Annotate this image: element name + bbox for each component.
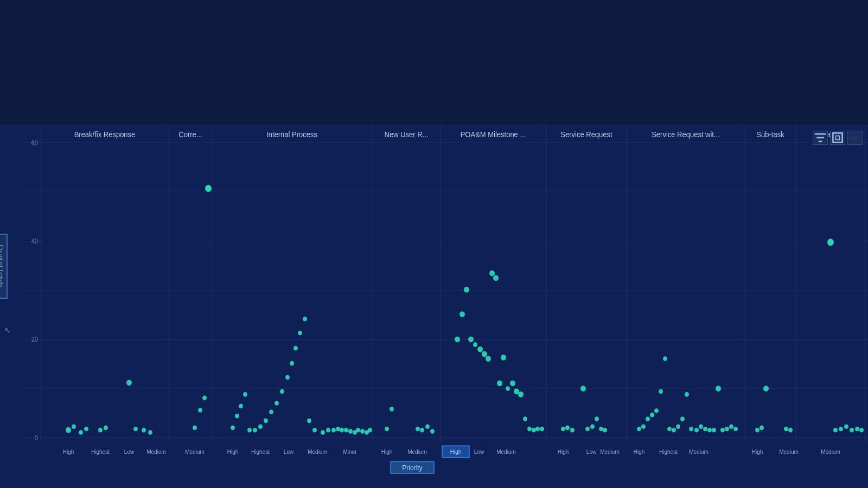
svg-point-67: [312, 428, 317, 433]
svg-point-72: [340, 428, 344, 433]
svg-point-82: [416, 427, 420, 432]
svg-point-131: [703, 427, 707, 432]
svg-point-48: [202, 396, 207, 401]
svg-point-132: [707, 428, 712, 433]
svg-point-45: [148, 430, 152, 435]
svg-point-137: [729, 424, 733, 429]
svg-point-106: [540, 427, 544, 432]
svg-point-125: [676, 424, 680, 429]
svg-point-47: [198, 408, 202, 413]
svg-point-112: [590, 424, 595, 429]
svg-point-138: [733, 427, 738, 432]
svg-text:Highest: Highest: [251, 449, 270, 455]
svg-point-147: [844, 424, 848, 429]
svg-point-65: [303, 317, 307, 322]
svg-point-83: [420, 428, 424, 433]
svg-text:Corre...: Corre...: [178, 130, 202, 139]
svg-text:Medium: Medium: [689, 449, 709, 455]
svg-text:High: High: [634, 449, 645, 455]
y-axis-label: Count of Tickets: [0, 234, 8, 299]
svg-text:Medium: Medium: [146, 449, 166, 455]
svg-point-59: [275, 401, 279, 406]
top-area: [0, 0, 868, 125]
svg-point-55: [253, 428, 257, 433]
svg-point-81: [390, 407, 394, 412]
svg-point-49: [205, 185, 212, 192]
svg-point-148: [850, 428, 854, 433]
svg-text:Medium: Medium: [600, 449, 620, 455]
chart-svg-area: 60 40 20 0: [22, 125, 868, 488]
svg-text:Medium: Medium: [185, 449, 205, 455]
svg-text:Service Request wit...: Service Request wit...: [652, 130, 720, 139]
svg-point-44: [142, 428, 146, 433]
svg-point-113: [595, 416, 599, 421]
svg-point-93: [486, 356, 491, 362]
svg-point-63: [293, 346, 298, 351]
svg-text:Medium: Medium: [779, 449, 799, 455]
svg-point-146: [839, 427, 843, 432]
svg-point-73: [344, 428, 348, 433]
svg-point-57: [264, 419, 268, 423]
svg-point-71: [336, 427, 340, 432]
svg-text:High: High: [227, 449, 239, 455]
svg-text:Service Request: Service Request: [560, 130, 612, 139]
svg-point-115: [603, 428, 607, 433]
svg-point-43: [133, 427, 138, 432]
more-options-button[interactable]: ···: [847, 131, 863, 145]
svg-point-119: [650, 413, 654, 418]
svg-point-53: [243, 392, 247, 397]
svg-point-38: [79, 430, 83, 435]
svg-point-90: [473, 342, 477, 347]
svg-point-102: [523, 416, 527, 421]
svg-text:Highest: Highest: [659, 449, 678, 455]
svg-point-42: [126, 380, 132, 386]
svg-point-91: [477, 346, 483, 352]
svg-point-40: [98, 428, 103, 433]
svg-point-37: [72, 424, 76, 429]
svg-text:Low: Low: [284, 449, 294, 455]
svg-text:High: High: [381, 449, 393, 455]
svg-point-150: [859, 428, 864, 433]
svg-text:0: 0: [35, 434, 38, 441]
svg-text:Medium: Medium: [308, 449, 327, 455]
svg-point-134: [716, 386, 721, 391]
svg-point-116: [637, 427, 641, 432]
svg-point-85: [430, 429, 435, 434]
svg-text:Low: Low: [586, 449, 597, 455]
svg-point-56: [258, 424, 263, 429]
svg-text:Highest: Highest: [91, 449, 110, 455]
svg-point-54: [247, 428, 252, 433]
svg-text:Medium: Medium: [821, 449, 840, 455]
svg-point-77: [360, 429, 365, 434]
svg-point-46: [193, 426, 197, 431]
svg-text:Priority: Priority: [402, 464, 423, 472]
expand-button[interactable]: [830, 131, 845, 145]
svg-point-136: [725, 427, 729, 432]
svg-point-60: [280, 389, 284, 394]
svg-point-96: [497, 380, 502, 386]
svg-point-84: [425, 424, 430, 429]
svg-point-141: [763, 386, 769, 391]
svg-point-118: [646, 416, 650, 421]
svg-point-95: [493, 275, 499, 281]
svg-rect-4: [836, 136, 840, 140]
svg-point-123: [667, 427, 672, 432]
svg-point-68: [321, 430, 325, 435]
filter-button[interactable]: [813, 131, 828, 145]
svg-point-79: [368, 428, 372, 433]
svg-point-105: [535, 427, 540, 432]
svg-point-94: [489, 271, 495, 277]
svg-point-130: [699, 424, 703, 429]
svg-point-133: [712, 428, 716, 433]
svg-point-99: [510, 380, 515, 386]
svg-text:POA&M Milestone ...: POA&M Milestone ...: [461, 130, 526, 139]
svg-point-128: [689, 427, 693, 432]
svg-point-50: [231, 426, 235, 431]
svg-point-92: [482, 351, 487, 357]
chart-container: ··· Count of Tickets ↖ 60 40: [0, 125, 868, 488]
svg-point-70: [331, 428, 336, 433]
svg-point-140: [760, 426, 764, 431]
svg-text:Break/fix Response: Break/fix Response: [74, 130, 136, 139]
svg-point-74: [348, 429, 353, 434]
svg-point-142: [784, 427, 788, 432]
